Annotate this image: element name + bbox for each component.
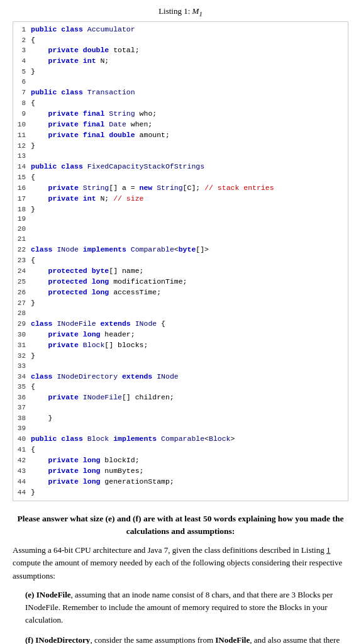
code-line: 42 private long blockId; [13, 455, 348, 466]
code-content: private String[] a = new String[C]; // s… [31, 183, 348, 194]
code-line: 38 } [13, 413, 348, 424]
item-f-text: (f) INodeDirectory, consider the same as… [25, 634, 348, 644]
line-number: 20 [13, 225, 31, 235]
code-content: private long numBytes; [31, 466, 348, 477]
code-content: class INodeFile extends INode { [31, 319, 348, 330]
code-line: 21 [13, 235, 348, 245]
code-content: public class Transaction [31, 87, 348, 98]
code-content: { [31, 382, 348, 392]
line-number: 12 [13, 142, 31, 152]
item-f: (f) INodeDirectory, consider the same as… [13, 634, 348, 644]
code-content: class INodeDirectory extends INode [31, 372, 348, 382]
line-number: 13 [13, 152, 31, 162]
line-number: 42 [13, 456, 31, 466]
line-number: 3 [13, 46, 31, 56]
code-content: public class Block implements Comparable… [31, 434, 348, 445]
line-number: 37 [13, 403, 31, 413]
line-number: 32 [13, 352, 31, 362]
intro-paragraph: Assuming a 64-bit CPU architecture and J… [13, 544, 348, 582]
line-number: 44 [13, 488, 31, 498]
code-line: 31 private Block[] blocks; [13, 340, 348, 351]
code-line: 37 [13, 403, 348, 413]
code-line: 15 { [13, 172, 348, 183]
code-line: 34 class INodeDirectory extends INode [13, 372, 348, 382]
code-line: 9 private final String who; [13, 109, 348, 119]
code-content: { [31, 172, 348, 183]
code-line: 4 private int N; [13, 56, 348, 67]
line-number: 21 [13, 235, 31, 245]
line-number: 26 [13, 288, 31, 298]
code-content: } [31, 67, 348, 77]
line-number: 23 [13, 256, 31, 266]
code-content: } [31, 298, 348, 309]
code-line: 30 private long header; [13, 330, 348, 340]
line-number: 25 [13, 277, 31, 287]
line-number: 22 [13, 245, 31, 255]
line-number: 41 [13, 445, 31, 455]
code-content: private final double amount; [31, 130, 348, 141]
code-content: { [31, 255, 348, 266]
code-line: 33 [13, 362, 348, 372]
line-number: 19 [13, 214, 31, 225]
line-number: 6 [13, 77, 31, 87]
code-content: private long header; [31, 330, 348, 340]
code-content: private final Date when; [31, 119, 348, 130]
code-line: 6 [13, 77, 348, 87]
line-number: 10 [13, 120, 31, 130]
code-content: private double total; [31, 45, 348, 56]
line-number: 18 [13, 205, 31, 215]
code-content: public class FixedCapacityStackOfStrings [31, 162, 348, 172]
listing-title-text: Listing 1: [158, 6, 192, 16]
line-number: 38 [13, 414, 31, 424]
code-line: 25 protected long modificationTime; [13, 277, 348, 287]
code-line: 19 [13, 214, 348, 225]
code-line: 17 private int N; // size [13, 194, 348, 204]
code-line: 35 { [13, 382, 348, 392]
code-content: } [31, 141, 348, 152]
code-line: 27 } [13, 298, 348, 309]
code-line: 10 private final Date when; [13, 119, 348, 130]
line-number: 2 [13, 36, 31, 46]
code-line: 5 } [13, 67, 348, 77]
code-line: 1 public class Accumulator [13, 25, 348, 35]
line-number: 1 [13, 25, 31, 35]
code-content: private long generationStamp; [31, 477, 348, 487]
code-line: 32 } [13, 351, 348, 362]
code-line: 11 private final double amount; [13, 130, 348, 141]
code-line: 43 private long numBytes; [13, 466, 348, 477]
listing-title-sub: M1 [192, 6, 203, 16]
code-line: 23 { [13, 255, 348, 266]
line-number: 35 [13, 382, 31, 392]
line-number: 34 [13, 372, 31, 382]
item-e: (e) INodeFile, assuming that an inode na… [13, 589, 348, 626]
code-line: 20 [13, 225, 348, 235]
code-content: { [31, 445, 348, 455]
code-line: 36 private INodeFile[] children; [13, 392, 348, 403]
line-number: 9 [13, 109, 31, 119]
code-line: 26 protected long accessTime; [13, 287, 348, 298]
code-line: 14 public class FixedCapacityStackOfStri… [13, 162, 348, 172]
line-number: 16 [13, 184, 31, 194]
code-content: } [31, 413, 348, 424]
line-number: 17 [13, 194, 31, 204]
line-number: 5 [13, 67, 31, 77]
line-number: 11 [13, 131, 31, 141]
code-content: private final String who; [31, 109, 348, 119]
code-line: 12 } [13, 141, 348, 152]
code-line: 29 class INodeFile extends INode { [13, 319, 348, 330]
code-line: 7 public class Transaction [13, 87, 348, 98]
line-number: 39 [13, 424, 31, 434]
code-line: 41 { [13, 445, 348, 455]
line-number: 28 [13, 309, 31, 319]
code-line: 39 [13, 424, 348, 434]
line-number: 44 [13, 477, 31, 487]
line-number: 15 [13, 173, 31, 183]
code-content: { [31, 98, 348, 109]
line-number: 33 [13, 362, 31, 372]
item-e-text: (e) INodeFile, assuming that an inode na… [25, 589, 348, 626]
code-line: 44 private long generationStamp; [13, 477, 348, 487]
line-number: 8 [13, 99, 31, 109]
code-content: private int N; // size [31, 194, 348, 204]
code-content: protected long modificationTime; [31, 277, 348, 287]
code-line: 28 [13, 309, 348, 319]
